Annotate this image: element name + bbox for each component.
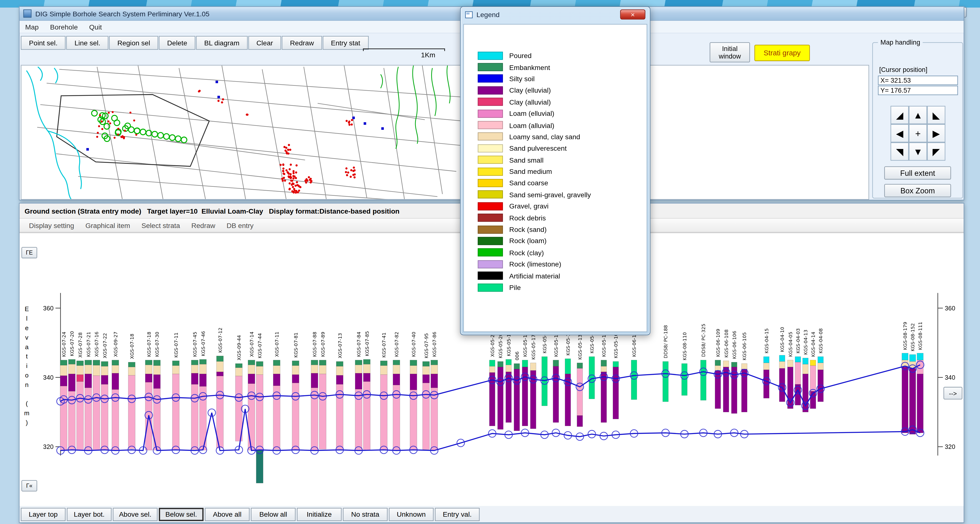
borehole-column-kgs-07-46[interactable]: KGS-07-46 (199, 331, 206, 450)
bottom-layer-top-button[interactable]: Layer top (21, 507, 65, 521)
bottom-below-sel-button[interactable]: Below sel. (159, 507, 204, 521)
borehole-column-kgs-07-40[interactable]: KGS-07-40 (410, 332, 417, 450)
legend-item-label: Rock (loam) (509, 237, 547, 245)
borehole-column-kgs-07-84[interactable]: KGS-07-84 (355, 332, 362, 450)
borehole-column-xgs-07-22[interactable]: XGS-07-22 (101, 333, 108, 449)
section-left-bottom-button[interactable]: Γ« (21, 480, 37, 492)
pan-button-2[interactable]: ◣ (927, 106, 945, 124)
borehole-column-kgs-05-19[interactable]: KGS-05-19 (506, 331, 512, 422)
borehole-column-kgs-07-45[interactable]: KGS-07-45 (191, 332, 198, 449)
borehole-column-kgs-05-12[interactable]: KGS-05-12 (589, 328, 595, 399)
toolbar-region-sel-button[interactable]: Region sel (109, 36, 159, 50)
borehole-column-kgs-04-15[interactable]: KGS-04-15 (764, 328, 770, 398)
map-menu-quit[interactable]: Quit (83, 23, 108, 30)
borehole-column-kgs-05-15[interactable]: KGS-05-15 (553, 332, 559, 422)
borehole-column-kgs-07-24[interactable]: KGS-07-24 (60, 332, 67, 450)
section-menu-db-entry[interactable]: DB entry (221, 221, 259, 229)
borehole-column-kgs-07-21[interactable]: KGS-07-21 (85, 332, 92, 450)
svg-text:KGS-08-110: KGS-08-110 (682, 332, 687, 360)
legend-swatch (478, 214, 503, 222)
borehole-column-dds8-pc-325[interactable]: DDS8/ PC-325 (700, 324, 706, 400)
borehole-column-kgs-08-111[interactable]: KGS-08-111 (917, 322, 923, 433)
pan-button-0[interactable]: ◢ (891, 106, 909, 124)
toolbar-redraw-button[interactable]: Redraw (282, 36, 322, 50)
toolbar-delete-button[interactable]: Delete (159, 36, 196, 50)
borehole-column-kgs-07-20[interactable]: KGS-07-20 (68, 331, 75, 450)
svg-text:KGS-06-108: KGS-06-108 (724, 329, 729, 358)
borehole-column-xgs-07-18[interactable]: XGS-07-18 (128, 333, 135, 449)
pan-button-5[interactable]: ▶ (927, 124, 945, 142)
borehole-column-xgs-05-21[interactable]: XGS-05-21 (489, 332, 495, 426)
box-zoom-button[interactable]: Box Zoom (884, 184, 951, 197)
legend-item-artificial-material: Artificial material (464, 270, 647, 282)
pan-button-1[interactable]: ▲ (909, 106, 927, 124)
section-menu-redraw[interactable]: Redraw (186, 221, 221, 229)
toolbar-point-sel-button[interactable]: Point sel. (21, 36, 65, 50)
toolbar-line-sel-button[interactable]: Line sel. (66, 36, 108, 50)
borehole-column-kgs-04-13[interactable]: KGS-04-13 (803, 330, 808, 412)
section-menu-display-setting[interactable]: Display setting (24, 221, 80, 229)
borehole-column-kgs-06-109[interactable]: KGS-06-109 (715, 329, 721, 409)
map-menu-map[interactable]: Map (19, 23, 45, 30)
borehole-column-xgs-09-44[interactable]: XGS-09-44 (235, 335, 242, 441)
section-left-top-button[interactable]: ΓΕ (21, 247, 37, 259)
borehole-column-kgs-06-105[interactable]: KGS-06-105 (741, 332, 747, 412)
toolbar-bl-diagram-button[interactable]: BL diagram (196, 36, 248, 50)
borehole-column-xgs-07-16[interactable]: XGS-07-16 (93, 332, 100, 450)
svg-text:KGS-07-95: KGS-07-95 (424, 333, 429, 358)
borehole-column-kgs-06-108[interactable]: KGS-06-108 (723, 329, 729, 412)
bottom-above-sel-button[interactable]: Above sel. (113, 507, 158, 521)
borehole-column-006[interactable]: 006 (514, 351, 520, 431)
section-menu-graphical-item[interactable]: Graphical item (80, 221, 136, 229)
borehole-column-kgs-05-17[interactable]: KGS-05-17 (530, 335, 536, 429)
borehole-column-dds8-pc-188[interactable]: DDS8/ PC-188 (663, 325, 668, 402)
bottom-below-all-button[interactable]: Below all (251, 507, 295, 521)
toolbar-entry-stat-button[interactable]: Entry stat (323, 36, 368, 50)
svg-text:XGS-09-27: XGS-09-27 (113, 332, 119, 357)
pan-button-3[interactable]: ◀ (891, 124, 909, 142)
toolbar-clear-button[interactable]: Clear (248, 36, 281, 50)
legend-item-loam-elluvial: Loam (elluvial) (464, 108, 647, 119)
borehole-column-kgs-04-08[interactable]: KGS-04-08 (818, 328, 824, 402)
initial-window-button[interactable]: Initial window (710, 42, 750, 62)
bottom-layer-bot-button[interactable]: Layer bot. (67, 507, 111, 521)
bottom-no-strata-button[interactable]: No strata (343, 507, 388, 521)
borehole-column-kgs-06-112[interactable]: KGS-06-112 (631, 329, 637, 400)
borehole-column-kgs-08-179[interactable]: KGS-08-179 (902, 322, 908, 433)
borehole-column-kgs-05-18[interactable]: KGS-05-18 (522, 332, 528, 426)
borehole-column-kgs-05-13[interactable]: KGS-05-13 (577, 335, 583, 427)
borehole-column-kgs-08-152[interactable]: KGS-08-152 (910, 323, 916, 434)
svg-text:KGS-04-14: KGS-04-14 (810, 332, 816, 357)
borehole-column-kgs-08-110[interactable]: KGS-08-110 (682, 332, 687, 395)
bottom-unknown-button[interactable]: Unknown (389, 507, 433, 521)
borehole-column-kgs-07-30[interactable]: KGS-07-30 (153, 332, 160, 450)
borehole-column-kgs-07-44[interactable]: KGS-07-44 (256, 333, 263, 483)
full-extent-button[interactable]: Full extent (884, 166, 951, 179)
svg-text:KGS-05-10: KGS-05-10 (613, 333, 619, 358)
map-menu-borehole[interactable]: Borehole (45, 23, 83, 30)
bottom-above-all-button[interactable]: Above all (205, 507, 250, 521)
section-menu-select-strata[interactable]: Select strata (136, 221, 186, 229)
borehole-column-kgs-04-05[interactable]: KGS-04-05 (788, 332, 794, 409)
bottom-initialize-button[interactable]: Initialize (297, 507, 342, 521)
borehole-column-kgs-07-41[interactable]: KGS-07-41 (380, 332, 387, 449)
borehole-column-kgs-05-16[interactable]: KGS-05-16 (542, 328, 547, 406)
pan-button-4[interactable]: + (909, 124, 927, 142)
borehole-column-xgs-07-28[interactable]: XGS-07-28 (76, 332, 83, 450)
stratigraphy-button[interactable]: Strati grapy (754, 44, 810, 61)
borehole-column-kgs-07-12[interactable]: KGS-07-12 (216, 327, 223, 448)
borehole-column-xgs-07-11[interactable]: XGS-07-11 (273, 332, 280, 449)
pan-button-7[interactable]: ▼ (909, 142, 927, 161)
legend-close-button[interactable]: × (620, 10, 645, 19)
borehole-column-kgs-07-89[interactable]: KGS-07-89 (319, 332, 326, 449)
borehole-column-kgs-07-11[interactable]: KGS-07-11 (172, 332, 179, 450)
map-canvas[interactable] (21, 65, 869, 200)
initial-window-label-1: Initial (722, 44, 738, 52)
pan-button-8[interactable]: ◤ (927, 142, 945, 161)
borehole-column-xgs-09-27[interactable]: XGS-09-27 (112, 332, 119, 450)
svg-text:KGS-07-41: KGS-07-41 (381, 332, 387, 357)
borehole-column-kgs-07-81[interactable]: KGS-07-81 (292, 332, 299, 450)
section-right-arrow-button[interactable]: --> (943, 387, 963, 400)
pan-button-6[interactable]: ◥ (891, 142, 909, 161)
bottom-entry-val-button[interactable]: Entry val. (435, 507, 479, 521)
